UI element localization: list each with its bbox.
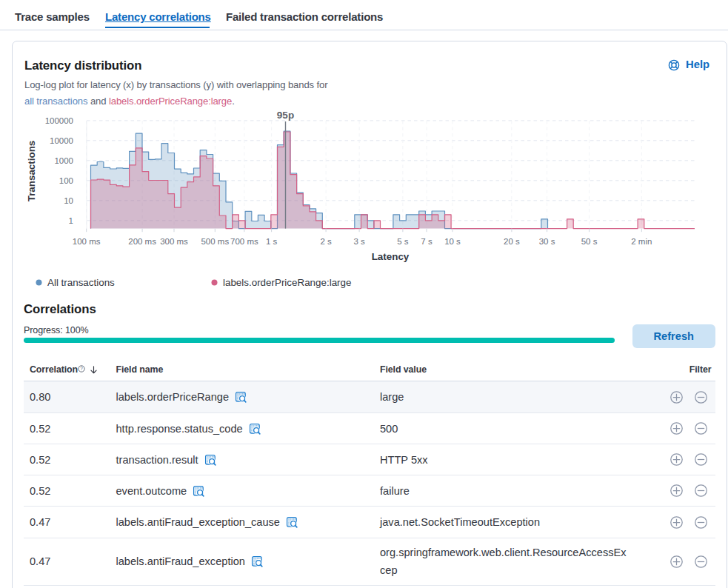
- svg-text:10 s: 10 s: [444, 237, 461, 246]
- svg-text:3 s: 3 s: [353, 237, 365, 246]
- svg-text:500 ms: 500 ms: [201, 237, 229, 246]
- svg-text:7 s: 7 s: [421, 237, 433, 246]
- svg-text:Latency: Latency: [372, 251, 410, 262]
- svg-text:1000: 1000: [54, 156, 73, 165]
- svg-text:200 ms: 200 ms: [128, 237, 156, 246]
- svg-text:All transactions: All transactions: [47, 277, 115, 288]
- svg-text:300 ms: 300 ms: [160, 237, 188, 246]
- svg-text:2 min: 2 min: [631, 237, 652, 246]
- svg-text:700 ms: 700 ms: [230, 237, 258, 246]
- svg-text:95p: 95p: [277, 110, 294, 121]
- svg-text:?: ?: [80, 366, 83, 371]
- svg-text:100 ms: 100 ms: [73, 237, 101, 246]
- svg-text:10000: 10000: [50, 136, 73, 145]
- svg-text:Transactions: Transactions: [26, 141, 37, 202]
- svg-text:1: 1: [69, 216, 73, 225]
- svg-text:20 s: 20 s: [504, 237, 520, 246]
- svg-text:100000: 100000: [45, 116, 73, 125]
- svg-text:30 s: 30 s: [539, 237, 555, 246]
- svg-text:50 s: 50 s: [581, 237, 598, 246]
- svg-text:2 s: 2 s: [320, 237, 332, 246]
- svg-text:labels.orderPriceRange:large: labels.orderPriceRange:large: [223, 277, 351, 288]
- svg-text:5 s: 5 s: [397, 237, 409, 246]
- svg-text:10: 10: [64, 196, 73, 205]
- svg-text:1 s: 1 s: [266, 237, 278, 246]
- svg-text:100: 100: [59, 176, 73, 185]
